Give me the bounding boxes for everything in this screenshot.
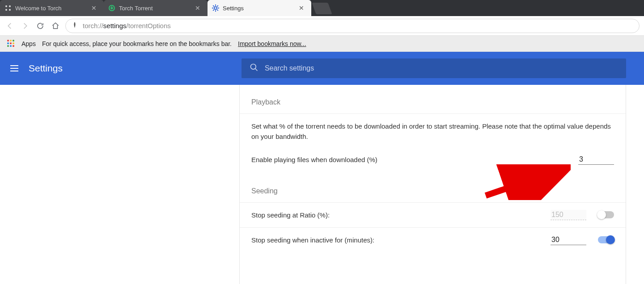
tab-torrent[interactable]: Torch Torrent ✕ <box>104 0 208 16</box>
home-button[interactable] <box>50 21 61 31</box>
new-tab-button[interactable] <box>312 3 332 14</box>
svg-line-12 <box>213 10 214 11</box>
settings-body: Playback Set what % of the torrent needs… <box>0 85 644 284</box>
url-path: /torrentOptions <box>127 22 171 29</box>
settings-panel: Playback Set what % of the torrent needs… <box>239 85 626 284</box>
tab-title: Torch Torrent <box>119 5 192 12</box>
torch-favicon <box>4 4 12 12</box>
menu-icon[interactable] <box>9 63 20 74</box>
search-settings-box[interactable] <box>242 58 626 78</box>
search-icon <box>250 63 258 74</box>
close-icon[interactable]: ✕ <box>296 4 307 12</box>
enable-playing-input[interactable] <box>578 155 614 165</box>
playback-description: Set what % of the torrent needs to be do… <box>240 113 626 147</box>
row-stop-inactive: Stop seeding when inactive for (minutes)… <box>240 227 626 252</box>
enable-playing-label: Enable playing files when downloaded (%) <box>251 156 578 163</box>
browser-tab-strip: Welcome to Torch ✕ Torch Torrent ✕ Setti… <box>0 0 644 16</box>
apps-icon[interactable] <box>7 40 15 48</box>
svg-line-13 <box>217 5 218 6</box>
svg-point-14 <box>250 64 256 70</box>
row-stop-ratio: Stop seeding at Ratio (%): <box>240 202 626 227</box>
close-icon[interactable]: ✕ <box>192 4 203 12</box>
tab-title: Settings <box>223 5 296 12</box>
svg-point-2 <box>5 9 7 11</box>
bookmark-bar: Apps For quick access, place your bookma… <box>0 36 644 52</box>
svg-point-0 <box>5 5 7 7</box>
address-bar[interactable]: torch:// settings /torrentOptions <box>65 19 640 33</box>
torrent-favicon <box>108 4 115 12</box>
svg-point-5 <box>214 7 217 9</box>
tab-settings-active[interactable]: Settings ✕ <box>208 0 311 16</box>
svg-point-1 <box>9 5 11 7</box>
search-input[interactable] <box>265 64 618 72</box>
browser-toolbar: torch:// settings /torrentOptions <box>0 16 644 36</box>
close-icon[interactable]: ✕ <box>89 4 99 12</box>
apps-label[interactable]: Apps <box>21 40 36 47</box>
section-title-seeding: Seeding <box>240 187 626 202</box>
forward-button <box>20 21 30 31</box>
tab-title: Welcome to Torch <box>15 5 89 12</box>
row-enable-playing: Enable playing files when downloaded (%) <box>240 147 626 172</box>
svg-point-3 <box>9 9 11 11</box>
stop-ratio-toggle[interactable] <box>598 211 614 218</box>
svg-line-10 <box>213 5 214 6</box>
site-info-icon[interactable] <box>71 21 78 30</box>
import-bookmarks-link[interactable]: Import bookmarks now... <box>238 40 306 47</box>
stop-ratio-label: Stop seeding at Ratio (%): <box>251 211 551 219</box>
stop-inactive-input[interactable] <box>551 235 586 245</box>
svg-line-15 <box>255 69 257 71</box>
page-title: Settings <box>29 63 63 74</box>
tab-welcome[interactable]: Welcome to Torch ✕ <box>0 0 104 16</box>
stop-ratio-input <box>551 210 586 220</box>
gear-icon <box>212 4 219 12</box>
svg-line-11 <box>217 10 218 11</box>
url-page: settings <box>103 22 127 29</box>
bookmark-hint: For quick access, place your bookmarks h… <box>42 40 232 47</box>
settings-header: Settings <box>0 52 644 85</box>
stop-inactive-toggle[interactable] <box>598 236 614 243</box>
back-button <box>4 21 15 31</box>
stop-inactive-label: Stop seeding when inactive for (minutes)… <box>251 236 551 244</box>
section-title-playback: Playback <box>240 98 626 113</box>
url-scheme: torch:// <box>83 22 103 29</box>
reload-button[interactable] <box>35 21 46 31</box>
